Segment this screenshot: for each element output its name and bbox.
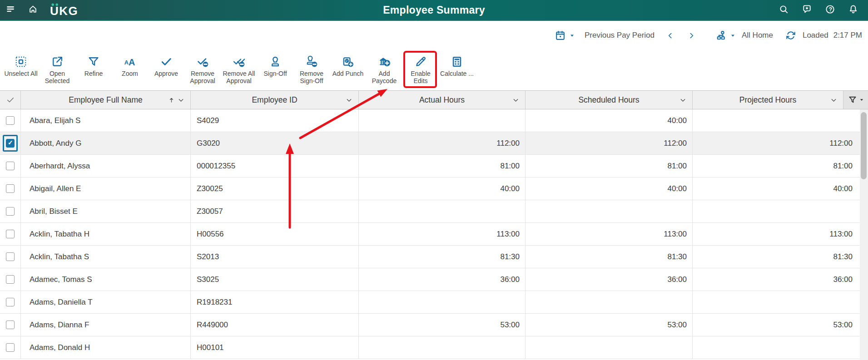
employee-id-cell: R449000 <box>191 314 359 336</box>
row-checkbox[interactable] <box>6 321 15 329</box>
row-checkbox[interactable] <box>6 207 15 216</box>
search-icon <box>779 4 789 15</box>
table-row[interactable]: Adams, Donald H H00101 <box>0 336 860 359</box>
toolbar-button-label: Unselect All <box>4 70 37 77</box>
row-select-cell <box>0 314 21 336</box>
row-select-cell <box>0 178 21 200</box>
projected-hours-cell: 36:00 <box>693 268 860 291</box>
select-all-header[interactable] <box>0 91 21 109</box>
remove-sign-off-icon <box>305 55 318 68</box>
previous-period-button[interactable] <box>666 32 674 39</box>
help-icon: ? <box>825 4 835 15</box>
row-select-cell <box>0 132 21 154</box>
loaded-status-label: Loaded <box>803 31 828 40</box>
toolbar-button-zoom[interactable]: AA Zoom <box>112 53 148 77</box>
employee-id-cell: H00101 <box>191 336 359 359</box>
employee-name-cell: Adams, Daniella T <box>21 291 191 313</box>
toolbar-button-label: Add Paycode <box>367 70 402 84</box>
row-select-cell <box>0 109 21 132</box>
table-row[interactable]: Acklin, Tabatha S S2013 81:30 81:30 81:3… <box>0 246 860 268</box>
chevron-down-icon <box>830 96 838 104</box>
add-paycode-icon <box>378 55 391 68</box>
toolbar-button-calculate[interactable]: Calculate ... <box>439 53 475 77</box>
toolbar-button-add-paycode[interactable]: Add Paycode <box>366 53 402 84</box>
feedback-button[interactable] <box>802 4 812 16</box>
actual-hours-cell <box>359 336 526 359</box>
row-checkbox[interactable] <box>6 343 15 352</box>
row-checkbox[interactable] <box>6 116 15 125</box>
employee-name-cell: Abbott, Andy G <box>21 132 191 154</box>
toolbar-button-remove-sign-off[interactable]: Remove Sign-Off <box>293 53 330 84</box>
context-bar: Previous Pay Period All Home Loaded 2:17… <box>0 21 868 50</box>
toolbar-button-unselect-all[interactable]: Unselect All <box>3 53 39 77</box>
table-row[interactable]: Abril, Bisset E Z30057 <box>0 200 860 223</box>
row-checkbox[interactable] <box>6 139 15 148</box>
hyperfind-selector[interactable] <box>715 30 735 41</box>
toolbar-button-remove-approval[interactable]: Remove Approval <box>184 53 221 84</box>
column-header-scheduled-hours[interactable]: Scheduled Hours <box>526 91 693 109</box>
search-button[interactable] <box>779 4 789 16</box>
toolbar-button-enable-edits[interactable]: Enable Edits <box>402 53 439 84</box>
select-all-check-icon <box>6 95 15 104</box>
table-row[interactable]: Adams, Daniella T R1918231 <box>0 291 860 314</box>
timeframe-selector[interactable] <box>555 30 575 41</box>
toolbar-button-label: Remove Sign-Off <box>294 70 329 84</box>
employee-name-cell: Abigail, Allen E <box>21 178 191 200</box>
row-checkbox[interactable] <box>6 275 15 284</box>
table-filter-button[interactable] <box>843 91 868 109</box>
scheduled-hours-cell <box>526 291 693 313</box>
scheduled-hours-cell: 36:00 <box>526 268 693 291</box>
toolbar-button-approve[interactable]: Approve <box>148 53 184 77</box>
table-row[interactable]: Abbott, Andy G G3020 112:00 112:00 112:0… <box>0 132 860 155</box>
column-header-employee-id[interactable]: Employee ID <box>191 91 359 109</box>
svg-text:A: A <box>124 59 129 66</box>
table-row[interactable]: Adams, Dianna F R449000 53:00 53:00 53:0… <box>0 314 860 336</box>
caret-down-icon <box>859 98 864 102</box>
next-period-button[interactable] <box>688 32 695 39</box>
column-header-projected-hours[interactable]: Projected Hours <box>693 91 843 109</box>
chevron-down-icon <box>345 96 353 104</box>
help-button[interactable]: ? <box>825 4 835 16</box>
toolbar-button-sign-off[interactable]: Sign-Off <box>257 53 293 77</box>
actual-hours-cell: 113:00 <box>359 223 526 245</box>
table-row[interactable]: Abigail, Allen E Z30025 40:00 40:00 40:0… <box>0 178 860 200</box>
chevron-down-icon <box>679 96 687 104</box>
table-row[interactable]: Adamec, Tomas S S3025 36:00 36:00 36:00 <box>0 268 860 291</box>
row-select-cell <box>0 291 21 313</box>
row-select-cell <box>0 155 21 177</box>
actual-hours-cell: 40:00 <box>359 178 526 200</box>
row-checkbox[interactable] <box>6 162 15 170</box>
toolbar-button-label: Add Punch <box>332 70 364 77</box>
row-checkbox[interactable] <box>6 252 15 261</box>
toolbar-button-refine[interactable]: Refine <box>75 53 112 77</box>
projected-hours-cell: 81:30 <box>693 246 860 268</box>
main-menu-button[interactable] <box>6 4 16 16</box>
row-checkbox[interactable] <box>6 230 15 238</box>
row-checkbox[interactable] <box>6 298 15 306</box>
scheduled-hours-cell: 81:00 <box>526 155 693 177</box>
toolbar-button-remove-all-approval[interactable]: Remove All Approval <box>221 53 257 84</box>
refresh-button[interactable] <box>786 30 796 40</box>
employee-name-cell: Abril, Bisset E <box>21 200 191 222</box>
column-header-employee-full-name[interactable]: Employee Full Name <box>21 91 191 109</box>
row-checkbox[interactable] <box>6 184 15 193</box>
scrollbar-thumb[interactable] <box>861 112 867 179</box>
employee-name-cell: Adams, Dianna F <box>21 314 191 336</box>
vertical-scrollbar[interactable] <box>860 109 868 360</box>
home-button[interactable] <box>28 4 38 16</box>
table-row[interactable]: Acklin, Tabatha H H00556 113:00 113:00 1… <box>0 223 860 246</box>
employee-name-cell: Adams, Donald H <box>21 336 191 359</box>
table-row[interactable]: Abara, Elijah S S4029 40:00 <box>0 109 860 132</box>
scheduled-hours-cell: 113:00 <box>526 223 693 245</box>
table-row[interactable]: Aberhardt, Alyssa 000012355 81:00 81:00 … <box>0 155 860 178</box>
zoom-icon: AA <box>124 55 136 68</box>
employee-id-cell: 000012355 <box>191 155 359 177</box>
toolbar-button-open-selected[interactable]: Open Selected <box>39 53 75 84</box>
notifications-button[interactable] <box>848 4 858 16</box>
toolbar-button-label: Approve <box>154 70 178 77</box>
toolbar-button-label: Enable Edits <box>409 70 432 84</box>
column-header-actual-hours[interactable]: Actual Hours <box>359 91 526 109</box>
actual-hours-cell <box>359 200 526 222</box>
remove-approval-icon <box>196 55 209 68</box>
toolbar-button-add-punch[interactable]: Add Punch <box>330 53 366 77</box>
